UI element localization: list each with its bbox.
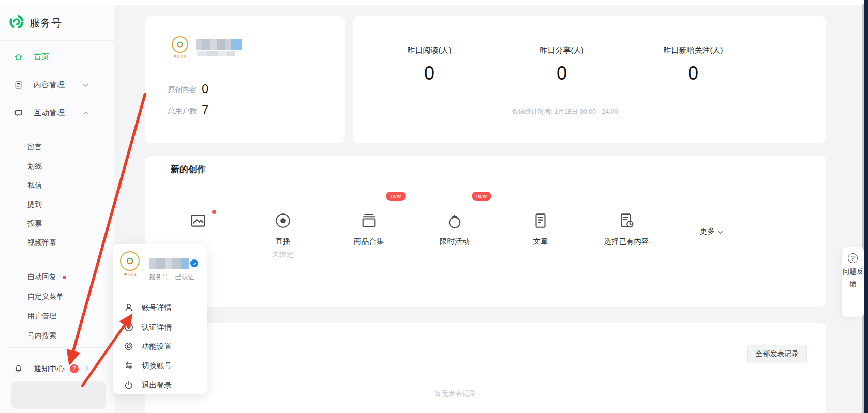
chevron-down-icon: [717, 227, 723, 236]
sidebar-item-auto-reply[interactable]: 自动回复: [27, 272, 66, 282]
more-label: 更多: [700, 226, 715, 236]
account-type-line: 服务号 已认证: [149, 273, 194, 282]
sidebar-item-notification-center[interactable]: 通知中心 7: [0, 361, 114, 376]
sidebar-item-account-search[interactable]: 号内搜索: [27, 331, 56, 341]
blurred-account-name-line2: [197, 51, 235, 56]
creation-item-limited-time-activity[interactable]: 限时活动 new: [421, 212, 488, 247]
divider: [9, 347, 106, 348]
sidebar-item-video-danmu[interactable]: 视频弹幕: [27, 238, 56, 248]
notification-dot: [212, 210, 216, 214]
content-with-clock-icon: [618, 212, 635, 230]
sidebar-item-content-management[interactable]: 内容管理: [0, 77, 114, 93]
product-collection-icon: [360, 212, 378, 230]
original-content-label: 原创内容: [168, 85, 197, 95]
sidebar-item-votes[interactable]: 投票: [27, 219, 42, 228]
metric-read: 昨日阅读(人) 0: [372, 45, 486, 84]
popup-avatar: [120, 251, 140, 271]
sidebar-item-underline[interactable]: 划线: [27, 162, 42, 171]
sidebar: 服务号 首页 内容管理 互动管理 留言: [0, 5, 114, 413]
live-icon: [274, 212, 292, 230]
yesterday-stats-card: 昨日阅读(人) 0 昨日分享(人) 0 昨日新增关注(人) 0 数据统计时间: …: [353, 16, 826, 143]
more-button[interactable]: 更多: [700, 226, 723, 236]
brand-name: 服务号: [29, 16, 62, 30]
sidebar-item-label: 内容管理: [34, 80, 65, 90]
image-icon: [189, 212, 207, 230]
account-avatar: [172, 36, 188, 53]
user-icon: [124, 303, 133, 312]
sidebar-item-label: 首页: [34, 52, 49, 62]
popup-item-switch-account[interactable]: 切换账号: [113, 359, 207, 372]
sidebar-item-private-message[interactable]: 私信: [27, 181, 42, 190]
check-circle-icon: [124, 323, 133, 332]
new-creation-card: 新的创作 直播 未绑定 商品合集 new 限时活动: [145, 156, 826, 307]
metric-value: 0: [372, 63, 486, 84]
sidebar-item-label: 互动管理: [34, 108, 65, 118]
popup-item-label: 功能设置: [142, 342, 172, 351]
verified-status-label: 已认证: [175, 273, 195, 282]
popup-item-verification-details[interactable]: 认证详情: [113, 321, 207, 333]
creation-item-select-existing[interactable]: 选择已有内容: [593, 212, 660, 247]
total-users-label: 总用户数: [168, 106, 197, 116]
blurred-account-name: [149, 258, 189, 269]
metric-value: 0: [636, 63, 750, 84]
account-overview-card: 中合优享 原创内容 0 总用户数 7: [145, 16, 345, 143]
article-icon: [532, 212, 549, 230]
metric-value: 0: [505, 63, 619, 84]
creation-item-label: 限时活动: [421, 237, 488, 247]
new-badge: new: [472, 192, 491, 201]
popup-item-logout[interactable]: 退出登录: [113, 379, 207, 391]
verified-badge-icon: [190, 259, 198, 267]
sidebar-account-switcher[interactable]: [11, 381, 106, 409]
creation-item-live[interactable]: 直播 未绑定: [249, 212, 317, 259]
creation-item-label: 文章: [507, 237, 574, 247]
feedback-label: 问题反馈: [842, 266, 864, 290]
content-management-icon: [14, 81, 23, 89]
power-icon: [124, 380, 133, 390]
metric-label: 昨日阅读(人): [372, 45, 486, 55]
service-account-dashboard: 服务号 首页 内容管理 互动管理 留言: [0, 0, 868, 413]
all-publish-records-button[interactable]: 全部发表记录: [747, 345, 807, 363]
new-badge: new: [386, 192, 406, 201]
avatar-caption: 中合优享: [167, 54, 193, 59]
brand: 服务号: [9, 14, 62, 31]
brand-logo-icon: [9, 14, 24, 31]
creation-item-article[interactable]: 文章: [507, 212, 574, 247]
divider: [0, 40, 114, 41]
metric-label: 昨日新增关注(人): [636, 45, 750, 55]
sidebar-item-user-management[interactable]: 用户管理: [27, 312, 56, 321]
divider: [10, 258, 103, 258]
sidebar-item-comments[interactable]: 留言: [27, 143, 42, 152]
creation-item-label: 选择已有内容: [593, 237, 660, 247]
metric-share: 昨日分享(人) 0: [505, 45, 619, 84]
metric-new-followers: 昨日新增关注(人) 0: [636, 45, 750, 84]
window-edge: [864, 0, 868, 413]
popup-item-feature-settings[interactable]: 功能设置: [113, 340, 207, 353]
creation-card-title: 新的创作: [171, 163, 206, 175]
sidebar-item-label: 通知中心: [34, 364, 65, 374]
notification-dot: [63, 276, 66, 279]
creation-item-image[interactable]: [164, 212, 232, 232]
feedback-button[interactable]: ? 问题反馈: [842, 247, 864, 317]
creation-item-product-collection[interactable]: 商品合集 new: [335, 212, 402, 247]
avatar-caption: 中合优享: [116, 272, 145, 277]
creation-item-status: 未绑定: [249, 250, 317, 259]
blurred-account-name: [196, 39, 242, 50]
empty-records-text: 暂无发表记录: [145, 389, 766, 399]
sidebar-item-interaction-management[interactable]: 互动管理: [0, 105, 114, 120]
stats-time-note: 数据统计时间: 1月18日 00:00 - 24:00: [353, 108, 776, 116]
popup-item-account-details[interactable]: 账号详情: [113, 301, 207, 314]
account-type-label: 服务号: [149, 273, 169, 282]
creation-item-label: 商品合集: [335, 237, 402, 247]
popup-item-label: 切换账号: [142, 361, 172, 371]
original-content-value: 0: [202, 82, 208, 96]
home-icon: [14, 53, 23, 62]
sidebar-item-home[interactable]: 首页: [0, 49, 114, 65]
publish-records-card: 全部发表记录 暂无发表记录: [145, 323, 826, 413]
notification-count-badge: 7: [70, 364, 79, 373]
sidebar-item-mentions[interactable]: 提到: [27, 200, 42, 209]
chevron-right-icon: [85, 364, 89, 373]
gear-icon: [124, 342, 133, 351]
sidebar-item-custom-menu[interactable]: 自定义菜单: [27, 292, 64, 301]
chevron-down-icon: [83, 80, 89, 89]
popup-item-label: 账号详情: [142, 303, 172, 313]
